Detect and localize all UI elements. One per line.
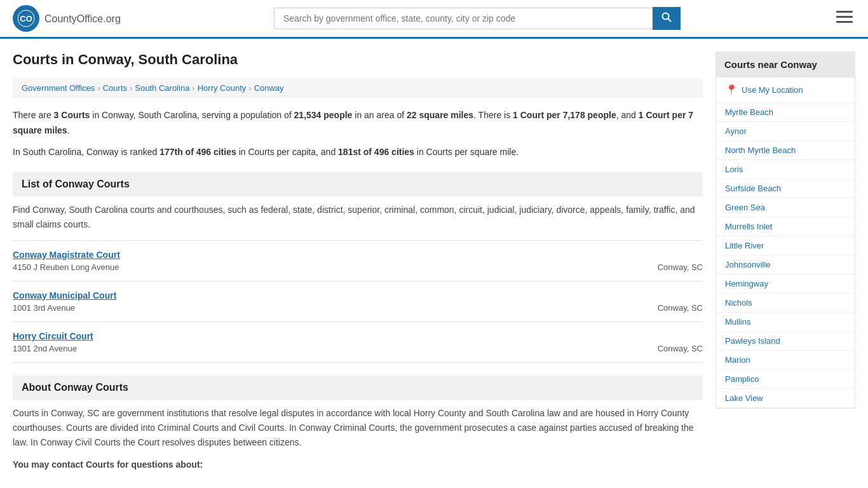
main-container: Courts in Conway, South Carolina Governm… xyxy=(0,39,868,488)
per-capita: 1 Court per 7,178 people xyxy=(513,110,616,120)
rank-paragraph: In South Carolina, Conway is ranked 177t… xyxy=(13,145,703,160)
breadcrumb-gov-offices[interactable]: Government Offices xyxy=(22,83,95,93)
svg-rect-4 xyxy=(836,11,853,13)
area: 22 square miles xyxy=(407,110,473,120)
svg-point-2 xyxy=(662,13,668,20)
breadcrumb: Government Offices › Courts › South Caro… xyxy=(13,78,703,98)
court-address-3: 1301 2nd Avenue xyxy=(13,344,77,353)
about-section-header: About Conway Courts xyxy=(13,376,703,400)
court-city-1: Conway, SC xyxy=(658,262,703,272)
court-name-1[interactable]: Conway Magistrate Court xyxy=(13,250,703,260)
sidebar-city-1[interactable]: Aynor xyxy=(716,122,855,141)
stats-paragraph: There are 3 Courts in Conway, South Caro… xyxy=(13,108,703,139)
list-description: Find Conway, South Carolina courts and c… xyxy=(13,203,703,231)
sidebar-city-2[interactable]: North Myrtle Beach xyxy=(716,141,855,160)
sidebar-city-3[interactable]: Loris xyxy=(716,160,855,179)
logo-icon: CO xyxy=(13,5,39,32)
list-section-header: List of Conway Courts xyxy=(13,172,703,196)
court-item: Conway Municipal Court 1001 3rd Avenue C… xyxy=(13,281,703,322)
court-name-2[interactable]: Conway Municipal Court xyxy=(13,290,703,301)
svg-line-3 xyxy=(668,19,671,22)
search-input[interactable] xyxy=(274,8,653,29)
court-name-3[interactable]: Horry Circuit Court xyxy=(13,331,703,341)
court-city-3: Conway, SC xyxy=(658,344,703,353)
sidebar-city-0[interactable]: Myrtle Beach xyxy=(716,103,855,122)
court-address-1: 4150 J Reuben Long Avenue xyxy=(13,262,119,272)
search-button[interactable] xyxy=(653,7,681,30)
sidebar-city-12[interactable]: Pawleys Island xyxy=(716,332,855,351)
site-header: CO CountyOffice.org xyxy=(0,0,868,39)
sidebar-city-7[interactable]: Little River xyxy=(716,236,855,255)
sidebar-content: 📍 Use My Location Myrtle Beach Aynor Nor… xyxy=(715,78,855,409)
courts-list: Conway Magistrate Court 4150 J Reuben Lo… xyxy=(13,240,703,363)
svg-text:CO: CO xyxy=(20,14,32,24)
court-item: Conway Magistrate Court 4150 J Reuben Lo… xyxy=(13,240,703,281)
hamburger-menu-icon[interactable] xyxy=(834,7,855,30)
about-text: Courts in Conway, SC are government inst… xyxy=(13,406,703,450)
breadcrumb-courts[interactable]: Courts xyxy=(103,83,127,93)
population: 21,534 people xyxy=(294,110,353,120)
contact-header: You may contact Courts for questions abo… xyxy=(13,458,703,472)
main-content: Courts in Conway, South Carolina Governm… xyxy=(13,51,703,480)
sidebar: Courts near Conway 📍 Use My Location Myr… xyxy=(715,51,855,480)
sidebar-city-14[interactable]: Pamplico xyxy=(716,370,855,389)
rank-sqmile: 181st of 496 cities xyxy=(338,147,414,157)
court-city-2: Conway, SC xyxy=(658,303,703,313)
search-area xyxy=(274,7,681,30)
page-title: Courts in Conway, South Carolina xyxy=(13,51,703,68)
use-my-location[interactable]: 📍 Use My Location xyxy=(716,78,855,103)
logo-text: CountyOffice.org xyxy=(44,12,121,25)
court-address-2: 1001 3rd Avenue xyxy=(13,303,75,313)
location-pin-icon: 📍 xyxy=(725,84,738,96)
court-item: Horry Circuit Court 1301 2nd Avenue Conw… xyxy=(13,322,703,363)
sidebar-city-5[interactable]: Green Sea xyxy=(716,198,855,217)
sidebar-city-15[interactable]: Lake View xyxy=(716,389,855,408)
rank-capita: 177th of 496 cities xyxy=(159,147,236,157)
sidebar-city-4[interactable]: Surfside Beach xyxy=(716,179,855,198)
logo-area: CO CountyOffice.org xyxy=(13,5,121,32)
court-count: 3 Courts xyxy=(54,110,90,120)
svg-rect-6 xyxy=(836,21,853,23)
sidebar-city-6[interactable]: Murrells Inlet xyxy=(716,217,855,236)
sidebar-city-13[interactable]: Marion xyxy=(716,351,855,370)
breadcrumb-conway[interactable]: Conway xyxy=(254,83,284,93)
sidebar-city-11[interactable]: Mullins xyxy=(716,313,855,332)
sidebar-city-9[interactable]: Hemingway xyxy=(716,274,855,294)
sidebar-header: Courts near Conway xyxy=(715,51,855,78)
city-name: Conway, South Carolina xyxy=(102,110,197,120)
breadcrumb-south-carolina[interactable]: South Carolina xyxy=(135,83,189,93)
sidebar-city-8[interactable]: Johnsonville xyxy=(716,255,855,274)
breadcrumb-horry-county[interactable]: Horry County xyxy=(198,83,247,93)
svg-rect-5 xyxy=(836,16,853,18)
sidebar-city-10[interactable]: Nichols xyxy=(716,294,855,313)
